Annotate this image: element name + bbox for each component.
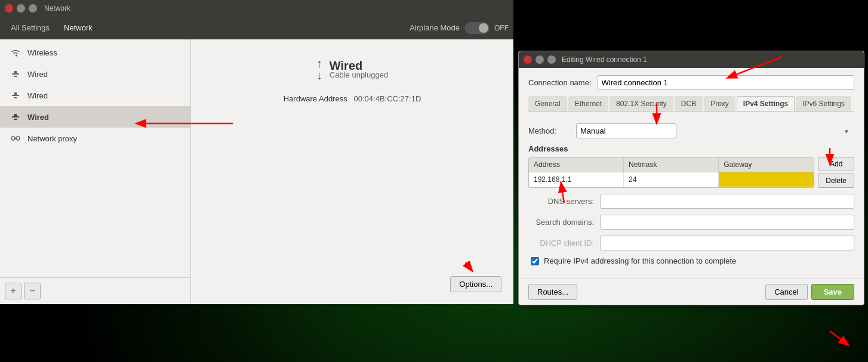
- dns-row: DNS servers:: [528, 194, 854, 209]
- wired-subtitle: Cable unplugged: [330, 70, 388, 79]
- airplane-mode-toggle[interactable]: [464, 22, 490, 34]
- dhcp-label: DHCP client ID:: [528, 239, 594, 247]
- arrow-up-icon: ↑: [316, 57, 322, 69]
- require-ipv4-checkbox[interactable]: [531, 257, 539, 265]
- addresses-table: Address Netmask Gateway 192.168.1.1 24: [528, 157, 814, 188]
- tab-dcb[interactable]: DCB: [675, 96, 703, 111]
- all-settings-button[interactable]: All Settings: [5, 21, 56, 35]
- maximize-button[interactable]: [29, 4, 37, 13]
- wireless-label: Wireless: [27, 48, 57, 57]
- search-domains-input[interactable]: [600, 215, 854, 230]
- cell-gateway: [719, 172, 814, 187]
- method-select-wrapper: Manual Automatic (DHCP) Link-Local Only …: [576, 123, 854, 138]
- save-button[interactable]: Save: [811, 284, 854, 300]
- svg-rect-5: [14, 92, 16, 95]
- dhcp-row: DHCP client ID:: [528, 236, 854, 250]
- addresses-table-wrap: Address Netmask Gateway 192.168.1.1 24 A…: [528, 157, 854, 188]
- svg-rect-2: [16, 71, 17, 73]
- svg-rect-0: [12, 73, 19, 75]
- wired-icon-area: ↑ ↓ Wired Cable unplugged: [316, 57, 388, 81]
- toggle-knob: [479, 23, 488, 33]
- wired1-label: Wired: [27, 70, 48, 79]
- dialog-footer: Routes... Cancel Save: [519, 279, 864, 305]
- cell-netmask: 24: [624, 172, 719, 187]
- content-area: ↑ ↓ Wired Cable unplugged Hardware Addre…: [191, 39, 513, 304]
- delete-address-button[interactable]: Delete: [818, 174, 854, 188]
- svg-rect-4: [12, 95, 19, 96]
- dhcp-input[interactable]: [600, 236, 854, 250]
- dialog-close-button[interactable]: [524, 55, 532, 64]
- col-gateway: Gateway: [719, 157, 814, 172]
- tab-security[interactable]: 802.1X Security: [610, 96, 673, 111]
- col-address: Address: [529, 157, 624, 172]
- wired-info: ↑ ↓ Wired Cable unplugged Hardware Addre…: [284, 57, 421, 103]
- sidebar-list: Wireless Wired: [0, 39, 190, 277]
- svg-rect-6: [16, 92, 17, 95]
- tab-ethernet[interactable]: Ethernet: [568, 96, 608, 111]
- col-netmask: Netmask: [624, 157, 719, 172]
- options-button[interactable]: Options...: [450, 276, 501, 292]
- dialog-maximize-button[interactable]: [547, 55, 556, 64]
- connection-name-input[interactable]: [598, 75, 854, 90]
- airplane-mode-label: Airplane Mode: [410, 23, 460, 32]
- airplane-mode-control: Airplane Mode OFF: [410, 22, 509, 34]
- network-body: Wireless Wired: [0, 39, 513, 304]
- tab-proxy[interactable]: Proxy: [704, 96, 735, 111]
- sidebar-item-wired3[interactable]: Wired: [0, 106, 190, 128]
- wired-icon-1: [10, 68, 21, 80]
- svg-point-13: [16, 137, 20, 140]
- address-buttons: Add Delete: [818, 157, 854, 188]
- dns-input[interactable]: [600, 194, 854, 209]
- tab-general[interactable]: General: [528, 96, 567, 111]
- tab-ipv6[interactable]: IPv6 Settings: [796, 96, 851, 111]
- hw-address-label: Hardware Address: [284, 94, 347, 103]
- wired2-label: Wired: [27, 91, 48, 100]
- svg-rect-8: [12, 116, 19, 117]
- add-address-button[interactable]: Add: [818, 157, 854, 171]
- dialog-tabs: General Ethernet 802.1X Security DCB Pro…: [528, 96, 854, 112]
- svg-rect-1: [14, 71, 16, 73]
- wifi-icon: [10, 47, 21, 58]
- method-select[interactable]: Manual Automatic (DHCP) Link-Local Only …: [576, 123, 676, 138]
- table-row[interactable]: 192.168.1.1 24: [529, 172, 814, 187]
- routes-button[interactable]: Routes...: [528, 284, 577, 300]
- network-toolbar: All Settings Network Airplane Mode OFF: [0, 17, 513, 39]
- table-header: Address Netmask Gateway: [529, 157, 814, 172]
- connection-name-label: Connection name:: [528, 78, 592, 87]
- wired3-label: Wired: [27, 113, 49, 122]
- cell-address: 192.168.1.1: [529, 172, 624, 187]
- add-connection-button[interactable]: +: [5, 283, 21, 299]
- remove-connection-button[interactable]: −: [24, 283, 41, 299]
- search-domains-row: Search domains:: [528, 215, 854, 230]
- network-tab-button[interactable]: Network: [58, 21, 99, 35]
- edit-dialog: Editing Wired connection 1 Connection na…: [518, 51, 864, 305]
- sidebar-item-wired1[interactable]: Wired: [0, 63, 190, 85]
- tab-ipv4[interactable]: IPv4 Settings: [737, 96, 795, 111]
- svg-point-12: [11, 137, 15, 140]
- hw-address-value: 00:04:4B:CC:27:1D: [354, 94, 421, 103]
- svg-rect-7: [14, 97, 17, 98]
- network-proxy-label: Network proxy: [27, 134, 77, 143]
- window-title: Network: [44, 4, 70, 13]
- method-row: Method: Manual Automatic (DHCP) Link-Loc…: [528, 123, 854, 138]
- sidebar-item-wired2[interactable]: Wired: [0, 85, 190, 106]
- wired-icon-3: [10, 111, 21, 123]
- addresses-section: Addresses Address Netmask Gateway 192.16…: [528, 144, 854, 188]
- dialog-action-buttons: Cancel Save: [765, 284, 854, 300]
- minimize-button[interactable]: [17, 4, 25, 13]
- network-titlebar: Network: [0, 0, 513, 17]
- method-label: Method:: [528, 126, 570, 135]
- sidebar-actions: + −: [0, 277, 190, 304]
- dns-label: DNS servers:: [528, 197, 594, 206]
- arrow-down-icon: ↓: [316, 69, 322, 81]
- connection-name-row: Connection name:: [528, 75, 854, 90]
- svg-rect-10: [16, 114, 17, 116]
- svg-rect-3: [14, 76, 17, 77]
- require-ipv4-row: Require IPv4 addressing for this connect…: [528, 256, 854, 265]
- sidebar-item-network-proxy[interactable]: Network proxy: [0, 128, 190, 149]
- dialog-minimize-button[interactable]: [535, 55, 544, 64]
- close-button[interactable]: [5, 4, 13, 13]
- sidebar-item-wireless[interactable]: Wireless: [0, 42, 190, 63]
- search-domains-label: Search domains:: [528, 218, 594, 227]
- cancel-button[interactable]: Cancel: [765, 284, 807, 300]
